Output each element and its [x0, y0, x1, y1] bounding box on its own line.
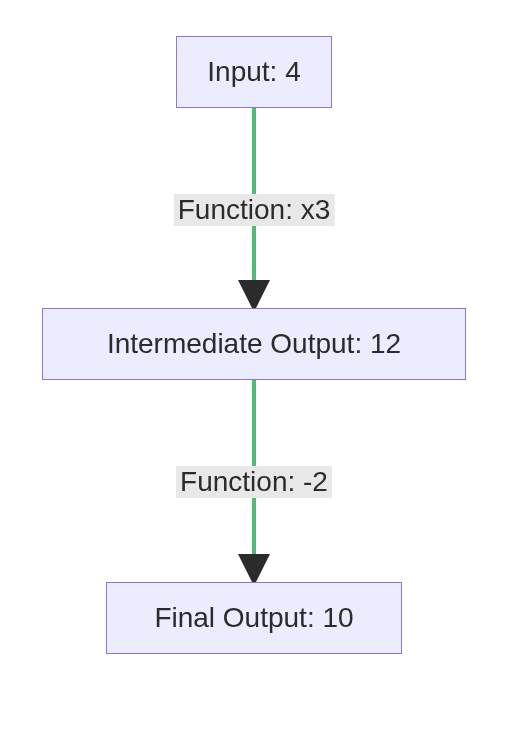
- node-intermediate-label: Intermediate Output: 12: [107, 328, 401, 360]
- edge-label-1: Function: x3: [174, 194, 335, 226]
- node-input: Input: 4: [176, 36, 332, 108]
- node-final: Final Output: 10: [106, 582, 402, 654]
- node-final-label: Final Output: 10: [154, 602, 353, 634]
- node-intermediate: Intermediate Output: 12: [42, 308, 466, 380]
- node-input-label: Input: 4: [207, 56, 300, 88]
- flowchart-canvas: Input: 4 Intermediate Output: 12 Final O…: [0, 0, 508, 732]
- edge-label-2: Function: -2: [176, 466, 332, 498]
